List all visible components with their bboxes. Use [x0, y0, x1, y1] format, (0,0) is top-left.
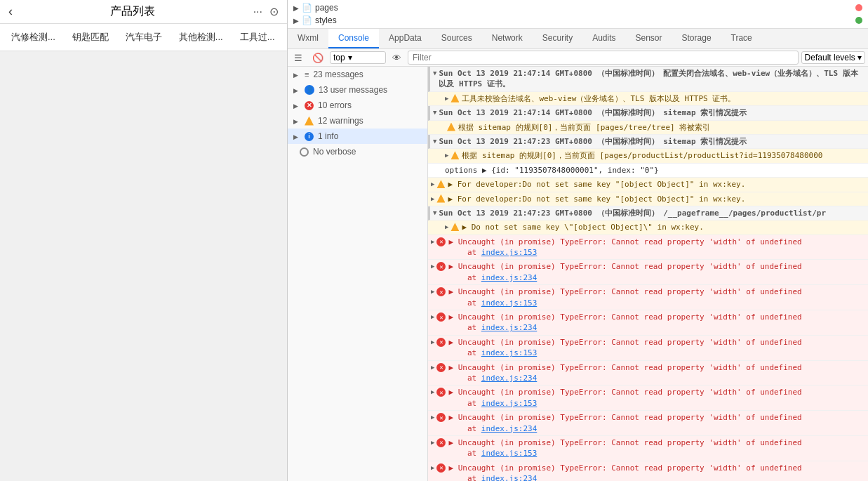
expand-icon[interactable]: ▶	[431, 437, 434, 446]
expand-icon[interactable]: ▶	[431, 337, 434, 345]
tab-wxml[interactable]: Wxml	[288, 29, 328, 48]
file-tree-item-styles[interactable]: ▶ 📄 styles	[288, 14, 868, 27]
nav-item-0[interactable]: 汽修检测...	[3, 24, 64, 51]
expand-icon: ▶	[293, 70, 298, 79]
sidebar-item-all-messages[interactable]: ▶ ≡ 23 messages	[288, 67, 427, 82]
file-name: pages	[315, 3, 338, 13]
error-icon: ✕	[436, 286, 446, 296]
expand-icon[interactable]: ▶	[431, 362, 434, 371]
tab-sources[interactable]: Sources	[432, 29, 482, 48]
sidebar-item-verbose[interactable]: No verbose	[288, 144, 427, 159]
log-warn-6: ▶ ▶ Do not set same key \"[object Object…	[428, 220, 868, 235]
expand-icon[interactable]: ▶	[431, 463, 434, 471]
expand-icon[interactable]: ▼	[433, 68, 436, 77]
log-warn-3: ▶ 根据 sitemap 的规则[0]，当前页面 [pages/productL…	[428, 149, 868, 163]
error-link[interactable]: index.js:153	[481, 348, 537, 357]
error-link[interactable]: index.js:234	[481, 424, 537, 433]
sidebar-item-info[interactable]: ▶ i 1 info	[288, 129, 427, 144]
tab-network[interactable]: Network	[482, 29, 533, 48]
expand-icon[interactable]: ▶	[431, 261, 434, 270]
log-error-4: ▶ ✕ ▶ Uncaught (in promise) TypeError: C…	[428, 310, 868, 336]
error-link[interactable]: index.js:153	[481, 248, 537, 257]
tab-trace[interactable]: Trace	[721, 29, 762, 48]
warn-icon	[436, 194, 445, 203]
phone-header: ‹ 产品列表 ··· ⊙	[0, 0, 287, 24]
console-log-area: ▼ Sun Oct 13 2019 21:47:14 GMT+0800 （中国标…	[428, 67, 868, 481]
log-text: ▶ For developer:Do not set same key "[ob…	[448, 179, 865, 190]
level-dropdown-icon: ▾	[857, 53, 862, 62]
phone-nav: 汽修检测... 钥匙匹配 汽车电子 其他检测... 工具过...	[0, 24, 287, 51]
error-link[interactable]: index.js:153	[481, 449, 537, 458]
context-selector[interactable]: top ▾	[330, 51, 386, 64]
filter-input[interactable]	[408, 51, 799, 65]
expand-icon[interactable]: ▶	[431, 412, 434, 421]
expand-icon: ▶	[445, 93, 448, 102]
error-link[interactable]: index.js:153	[481, 298, 537, 308]
tab-security[interactable]: Security	[533, 29, 582, 48]
mobile-preview-panel: ‹ 产品列表 ··· ⊙ 汽修检测... 钥匙匹配 汽车电子 其他检测... 工…	[0, 0, 288, 481]
log-section-1: ▼ Sun Oct 13 2019 21:47:14 GMT+0800 （中国标…	[428, 67, 868, 92]
page-title: 产品列表	[110, 4, 155, 19]
expand-icon[interactable]: ▶	[431, 194, 434, 202]
log-error-6: ▶ ✕ ▶ Uncaught (in promise) TypeError: C…	[428, 361, 868, 386]
back-button[interactable]: ‹	[8, 4, 13, 19]
tab-appdata[interactable]: AppData	[379, 29, 432, 48]
log-error-2: ▶ ✕ ▶ Uncaught (in promise) TypeError: C…	[428, 260, 868, 285]
expand-icon: ▶	[293, 132, 298, 140]
error-link[interactable]: index.js:234	[481, 374, 537, 383]
error-link[interactable]: index.js:234	[481, 323, 537, 332]
file-name: styles	[315, 15, 337, 25]
expand-icon[interactable]: ▶	[431, 312, 434, 320]
warn-icon	[436, 179, 445, 188]
user-icon: 👤	[305, 85, 314, 95]
log-error-5: ▶ ✕ ▶ Uncaught (in promise) TypeError: C…	[428, 336, 868, 361]
nav-item-4[interactable]: 工具过...	[232, 24, 283, 51]
log-text: ▶ Uncaught (in promise) TypeError: Canno…	[448, 463, 865, 481]
expand-icon[interactable]: ▶	[431, 387, 434, 395]
sidebar-item-warnings[interactable]: ▶ 12 warnings	[288, 113, 427, 129]
expand-icon[interactable]: ▼	[433, 107, 436, 116]
expand-arrow: ▶	[293, 4, 299, 12]
context-value: top	[333, 53, 345, 62]
expand-icon[interactable]: ▶	[431, 179, 434, 187]
log-text: ▶ For developer:Do not set same key "[ob…	[448, 194, 865, 204]
nav-item-3[interactable]: 其他检测...	[171, 24, 232, 51]
tab-console[interactable]: Console	[328, 29, 379, 48]
warnings-label: 12 warnings	[318, 116, 363, 126]
log-error-10: ▶ ✕ ▶ Uncaught (in promise) TypeError: C…	[428, 461, 868, 481]
tab-storage[interactable]: Storage	[672, 29, 721, 48]
tab-audits[interactable]: Audits	[582, 29, 625, 48]
file-tree-item-pages[interactable]: ▶ 📄 pages	[288, 1, 868, 14]
log-text: ▶ Uncaught (in promise) TypeError: Canno…	[448, 362, 865, 384]
error-link[interactable]: index.js:234	[481, 273, 537, 282]
warn-icon	[447, 122, 455, 131]
log-text: ▶ Uncaught (in promise) TypeError: Canno…	[448, 237, 865, 258]
log-error-3: ▶ ✕ ▶ Uncaught (in promise) TypeError: C…	[428, 285, 868, 310]
circle-icon[interactable]: ⊙	[269, 5, 279, 18]
status-dot-green	[855, 17, 862, 24]
eye-button[interactable]: 👁	[389, 51, 405, 65]
sidebar-item-user-messages[interactable]: ▶ 👤 13 user messages	[288, 82, 427, 98]
log-warn-1: ▶ 工具未校验合法域名、web-view（业务域名）、TLS 版本以及 HTTP…	[428, 92, 868, 106]
user-messages-label: 13 user messages	[319, 85, 387, 95]
log-options: options ▶ {id: "1193507848000001", index…	[428, 164, 868, 178]
expand-icon[interactable]: ▼	[433, 136, 436, 145]
clear-button[interactable]: 🚫	[309, 51, 327, 65]
level-label: Default levels	[805, 53, 855, 62]
expand-icon[interactable]: ▼	[433, 208, 436, 216]
expand-icon[interactable]: ▶	[431, 286, 434, 295]
nav-item-1[interactable]: 钥匙匹配	[64, 24, 117, 51]
error-icon: ✕	[436, 437, 446, 447]
log-text: 工具未校验合法域名、web-view（业务域名）、TLS 版本以及 HTTPS …	[462, 93, 865, 104]
tab-sensor[interactable]: Sensor	[626, 29, 672, 48]
more-icon[interactable]: ···	[253, 6, 262, 18]
sidebar-toggle-button[interactable]: ☰	[291, 51, 306, 65]
expand-icon[interactable]: ▶	[431, 237, 434, 245]
error-link[interactable]: index.js:234	[481, 474, 537, 481]
console-body: ▶ ≡ 23 messages ▶ 👤 13 user messages ▶ ✕…	[288, 67, 868, 481]
nav-item-2[interactable]: 汽车电子	[117, 24, 171, 51]
sidebar-item-errors[interactable]: ▶ ✕ 10 errors	[288, 98, 427, 113]
level-selector[interactable]: Default levels ▾	[801, 51, 865, 64]
error-icon: ✕	[436, 237, 446, 246]
error-link[interactable]: index.js:153	[481, 399, 537, 408]
